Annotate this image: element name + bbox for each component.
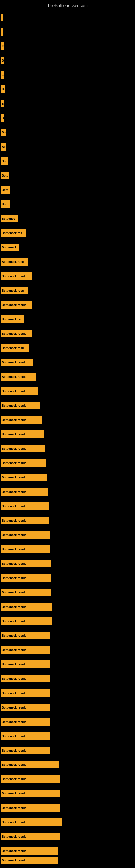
bar-label: Bottleneck result (1, 373, 36, 380)
bar-row: Bottleneck result (0, 744, 135, 757)
bar-label: Bo (1, 143, 6, 151)
bar-row: Bottleneck resu (0, 255, 135, 268)
bar-label: B (1, 100, 4, 107)
bar-label: Bottl (1, 172, 9, 179)
bar-label: Bo (1, 129, 6, 136)
bar-row: | (0, 25, 135, 38)
bar-label: Bottleneck result (1, 675, 50, 682)
bar-row: Bottleneck resu (0, 341, 135, 354)
bar-row: Bottleneck result (0, 270, 135, 283)
bar-label: Bottleneck result (1, 857, 58, 864)
bar-row: Bottleneck result (0, 586, 135, 599)
bar-row: Bo (0, 83, 135, 96)
bar-label: Bottleneck result (1, 330, 32, 337)
bar-label: Bottleneck result (1, 459, 46, 467)
bar-row: Bottleneck result (0, 701, 135, 714)
bar-row: Bottleneck res (0, 226, 135, 240)
bar-label: Bottlenec (1, 215, 18, 222)
bar-row: | (0, 11, 135, 24)
bar-row: Bottleneck result (0, 356, 135, 369)
bar-row: Bottleneck result (0, 543, 135, 556)
bar-label: Bottl (1, 186, 10, 194)
bar-row: Bottleneck result (0, 514, 135, 527)
bar-row: Bottleneck result (0, 787, 135, 800)
bar-label: Bottleneck result (1, 733, 50, 740)
bar-label: Bottleneck result (1, 272, 32, 280)
bar-row: Bo (0, 126, 135, 139)
bar-label: Bottleneck result (1, 818, 61, 826)
bar-row: Bottleneck result (0, 854, 135, 867)
bar-row: B (0, 112, 135, 124)
bar-row: Bottleneck result (0, 471, 135, 484)
bar-label: Bottleneck result (1, 804, 60, 812)
bar-label: Bottleneck result (1, 632, 50, 639)
bar-label: Bottleneck result (1, 431, 44, 438)
bar-label: Bottleneck result (1, 775, 60, 783)
bar-label: Bottleneck resu (1, 287, 28, 294)
bar-row: Bottleneck result (0, 629, 135, 642)
bar-row: B (0, 97, 135, 110)
bar-label: Bottleneck result (1, 560, 51, 567)
bar-label: Bot (1, 157, 8, 165)
bar-label: | (1, 13, 3, 21)
bar-label: Bottleneck result (1, 359, 33, 366)
bar-label: Bottleneck result (1, 646, 50, 654)
bar-label: Bottleneck re (1, 315, 24, 323)
bar-row: Bottleneck result (0, 557, 135, 570)
bar-row: Bottleneck result (0, 715, 135, 728)
bar-row: Bottleneck result (0, 658, 135, 671)
bar-label: B (1, 57, 4, 64)
bar-row: Bottleneck result (0, 500, 135, 513)
bar-row: Bottleneck result (0, 686, 135, 700)
bar-label: Bottleneck result (1, 603, 52, 611)
bar-label: Bottleneck result (1, 402, 41, 409)
bar-row: Bottleneck (0, 241, 135, 254)
bar-row: Bottleneck result (0, 571, 135, 585)
bar-label: Bottleneck result (1, 589, 51, 596)
bar-label: Bottleneck result (1, 718, 50, 725)
bar-label: Bottleneck resu (1, 258, 28, 266)
bar-label: Bottleneck result (1, 689, 50, 697)
bar-row: Bottleneck result (0, 600, 135, 613)
bar-row: Bottleneck result (0, 384, 135, 398)
bar-row: Bottleneck result (0, 773, 135, 785)
bar-row: E (0, 40, 135, 53)
bar-label: | (1, 28, 3, 35)
bar-label: Bottleneck resu (1, 344, 29, 352)
bar-label: Bottleneck result (1, 847, 58, 855)
bar-label: Bottleneck result (1, 747, 50, 754)
bar-label: Bottleneck result (1, 517, 49, 524)
bar-row: Bottleneck result (0, 413, 135, 426)
bar-label: Bottleneck result (1, 546, 50, 553)
bar-row: Bot (0, 155, 135, 167)
bar-row: Bottleneck result (0, 485, 135, 498)
bar-row: B (0, 54, 135, 67)
bar-row: Bottleneck result (0, 399, 135, 412)
site-title: TheBottlenecker.com (0, 1, 135, 10)
bar-label: Bottleneck result (1, 833, 60, 840)
bar-row: Bottleneck result (0, 528, 135, 541)
bar-label: Bottleneck result (1, 660, 50, 668)
bar-label: Bottleneck result (1, 416, 42, 424)
bar-label: Bottleneck result (1, 502, 49, 510)
bar-label: Bottl (1, 200, 10, 208)
bar-label: Bottleneck result (1, 617, 52, 625)
bar-row: Bottleneck result (0, 615, 135, 628)
bar-label: Bottleneck result (1, 531, 50, 539)
bar-label: Bottleneck result (1, 301, 32, 309)
bar-row: Bottleneck result (0, 730, 135, 743)
bar-row: Bottleneck result (0, 672, 135, 685)
bar-row: Bottleneck result (0, 457, 135, 469)
bar-row: Bottleneck result (0, 758, 135, 771)
bar-row: Bottl (0, 169, 135, 182)
bar-row: Bottleneck result (0, 442, 135, 455)
bar-row: Bottleneck result (0, 830, 135, 843)
bar-label: E (1, 42, 4, 50)
bar-row: Bottl (0, 183, 135, 196)
bar-row: Bottleneck resu (0, 284, 135, 297)
bar-row: Bottleneck result (0, 816, 135, 829)
bar-row: Bottl (0, 198, 135, 211)
bar-row: E (0, 68, 135, 82)
bar-label: Bottleneck result (1, 445, 45, 453)
bar-label: B (1, 114, 4, 122)
